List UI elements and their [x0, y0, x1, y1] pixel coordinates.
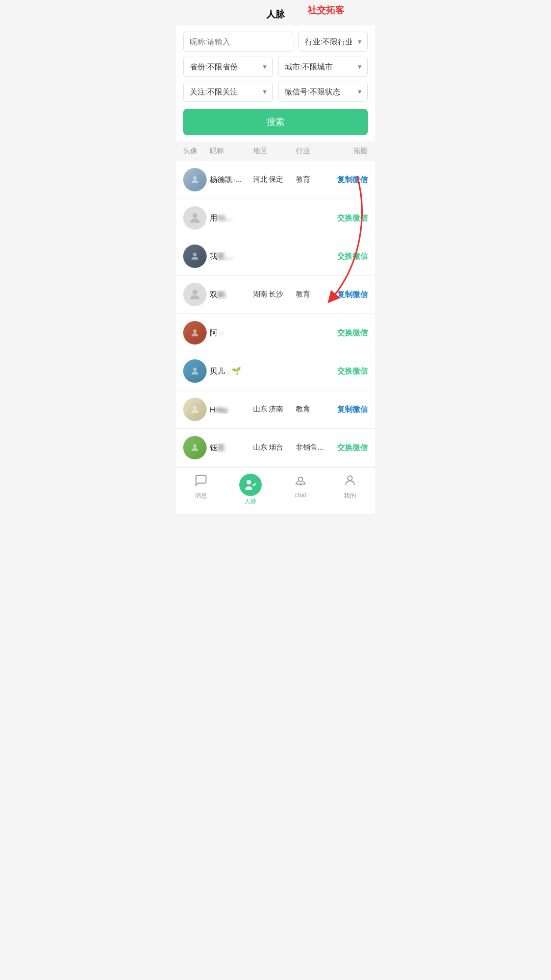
- nav-label-messages: 消息: [195, 492, 207, 500]
- user-industry: 教育: [296, 290, 332, 299]
- avatar: [183, 244, 207, 268]
- action-button[interactable]: 交换微信: [332, 443, 368, 453]
- follow-select-wrapper: 关注:不限关注 ▼: [183, 82, 273, 102]
- svg-point-2: [193, 253, 197, 256]
- city-select[interactable]: 城市:不限城市: [278, 57, 368, 77]
- action-button[interactable]: 复制微信: [332, 405, 368, 414]
- svg-point-1: [192, 213, 197, 218]
- svg-point-3: [192, 290, 197, 295]
- svg-point-7: [193, 444, 197, 448]
- user-region: 湖南 长沙: [253, 290, 296, 299]
- table-row: 贝儿...🌱 交换微信: [176, 352, 375, 390]
- nav-item-mine[interactable]: 我的: [325, 472, 375, 508]
- user-list: 杨德凯-... 河北 保定 教育 复制微信 用01... 交换微信 我哎,...…: [176, 161, 375, 467]
- search-button[interactable]: 搜索: [183, 109, 368, 135]
- filter-row-2: 省份:不限省份 ▼ 城市:不限城市 ▼: [183, 57, 368, 77]
- svg-point-6: [193, 406, 197, 409]
- user-name: 双妈: [210, 290, 253, 300]
- col-header-action: 拓圈: [332, 146, 368, 156]
- action-button[interactable]: 交换微信: [332, 328, 368, 338]
- action-button[interactable]: 复制微信: [332, 175, 368, 185]
- user-region: 山东 济南: [253, 405, 296, 414]
- avatar: [183, 398, 207, 421]
- filter-row-3: 关注:不限关注 ▼ 微信号:不限状态 ▼: [183, 82, 368, 102]
- nav-label-contacts: 人脉: [244, 497, 257, 506]
- user-name: 贝儿...🌱: [210, 366, 253, 376]
- nav-label-mine: 我的: [344, 492, 356, 500]
- user-name: 用01...: [210, 213, 253, 223]
- industry-select-wrapper: 行业:不限行业 ▼: [298, 32, 368, 52]
- table-row: 杨德凯-... 河北 保定 教育 复制微信: [176, 161, 375, 199]
- user-name: 杨德凯-...: [210, 175, 253, 185]
- user-industry: 非销售...: [296, 443, 332, 452]
- contacts-active-bg: [239, 474, 262, 496]
- bottom-nav: 消息 人脉 chat 我的: [176, 467, 375, 514]
- svg-point-5: [193, 368, 197, 371]
- user-name: 钰匡: [210, 443, 253, 453]
- action-button[interactable]: 交换微信: [332, 213, 368, 223]
- user-name: 我哎,...: [210, 252, 253, 261]
- action-button[interactable]: 交换微信: [332, 252, 368, 261]
- table-row: 双妈 湖南 长沙 教育 复制微信: [176, 276, 375, 314]
- messages-icon: [194, 474, 208, 490]
- avatar: [183, 321, 207, 345]
- nav-item-contacts[interactable]: 人脉: [226, 472, 276, 508]
- follow-select[interactable]: 关注:不限关注: [183, 82, 273, 102]
- nav-label-chat: chat: [294, 492, 306, 499]
- wechat-select-wrapper: 微信号:不限状态 ▼: [278, 82, 368, 102]
- table-row: 阿： 交换微信: [176, 314, 375, 352]
- user-industry: 教育: [296, 405, 332, 414]
- chat-icon: [294, 474, 307, 490]
- page-header: 人脉 社交拓客: [176, 0, 375, 26]
- province-select-wrapper: 省份:不限省份 ▼: [183, 57, 273, 77]
- table-header: 头像 昵称 地区 行业 拓圈: [176, 141, 375, 161]
- mine-icon: [343, 474, 357, 490]
- avatar: [183, 168, 207, 191]
- col-header-industry: 行业: [296, 146, 332, 156]
- avatar: [183, 359, 207, 383]
- filter-row-1: 行业:不限行业 ▼: [183, 32, 368, 52]
- avatar: [183, 206, 207, 230]
- action-button[interactable]: 交换微信: [332, 366, 368, 376]
- nav-item-messages[interactable]: 消息: [176, 472, 226, 508]
- annotation-label: 社交拓客: [308, 4, 344, 16]
- svg-point-8: [247, 480, 252, 484]
- svg-point-0: [193, 176, 197, 180]
- nickname-input[interactable]: [183, 32, 293, 52]
- table-row: 用01... 交换微信: [176, 199, 375, 237]
- wechat-select[interactable]: 微信号:不限状态: [278, 82, 368, 102]
- col-header-avatar: 头像: [183, 146, 210, 156]
- search-area: 行业:不限行业 ▼ 省份:不限省份 ▼ 城市:不限城市 ▼ 关注:不限关注 ▼: [176, 26, 375, 141]
- province-select[interactable]: 省份:不限省份: [183, 57, 273, 77]
- table-row: Hrley 山东 济南 教育 复制微信: [176, 390, 375, 429]
- svg-point-10: [348, 476, 353, 480]
- table-row: 钰匡 山东 烟台 非销售... 交换微信: [176, 429, 375, 467]
- user-region: 山东 烟台: [253, 443, 296, 452]
- table-row: 我哎,... 交换微信: [176, 237, 375, 276]
- avatar: [183, 283, 207, 306]
- user-region: 河北 保定: [253, 175, 296, 184]
- nav-item-chat[interactable]: chat: [276, 472, 325, 508]
- user-name: Hrley: [210, 405, 253, 414]
- action-button[interactable]: 复制微信: [332, 290, 368, 300]
- svg-point-9: [298, 477, 303, 482]
- col-header-nickname: 昵称: [210, 146, 253, 156]
- svg-point-4: [193, 329, 197, 333]
- user-industry: 教育: [296, 175, 332, 184]
- city-select-wrapper: 城市:不限城市 ▼: [278, 57, 368, 77]
- user-name: 阿：: [210, 328, 253, 338]
- industry-select[interactable]: 行业:不限行业: [298, 32, 368, 52]
- col-header-region: 地区: [253, 146, 296, 156]
- avatar: [183, 436, 207, 459]
- page-title: 人脉: [266, 9, 285, 19]
